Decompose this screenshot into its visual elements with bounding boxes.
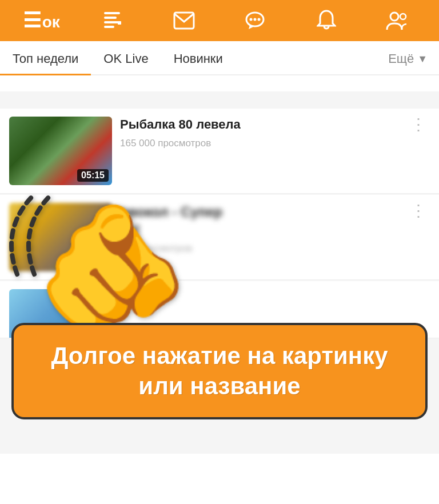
tab-new[interactable]: Новинки: [161, 41, 236, 74]
ok-logo[interactable]: ☰ок: [24, 3, 58, 38]
friends-icon[interactable]: [381, 3, 415, 38]
chat-icon[interactable]: [238, 3, 272, 38]
svg-rect-8: [118, 21, 121, 25]
notifications-icon[interactable]: [309, 3, 344, 38]
video-views-1: 165 000 просмотров: [120, 138, 407, 149]
video-item-3[interactable]: [0, 281, 439, 338]
svg-rect-9: [174, 13, 194, 29]
svg-point-11: [250, 18, 253, 21]
video-info-2: овокол - Суперея! 340 просмотров: [112, 203, 407, 254]
video-thumbnail-3: [9, 289, 112, 338]
video-thumbnail-1: 05:15: [9, 117, 112, 185]
svg-point-12: [254, 18, 257, 21]
video-more-button-2[interactable]: ⋮: [407, 203, 430, 219]
video-item-2[interactable]: овокол - Суперея! 340 просмотров ⋮: [0, 195, 439, 280]
tab-ok-live[interactable]: OK Live: [91, 41, 161, 74]
svg-rect-4: [104, 12, 120, 14]
content-area: 05:15 Рыбалка 80 левела 165 000 просмотр…: [0, 91, 439, 454]
svg-point-13: [258, 18, 261, 21]
svg-rect-5: [104, 17, 117, 19]
svg-point-14: [390, 13, 398, 21]
banner-text: Долгое нажатие на картинку или название: [31, 341, 408, 401]
feed-icon[interactable]: [95, 3, 130, 38]
svg-point-15: [400, 14, 406, 19]
tab-bar: Топ недели OK Live Новинки Ещё ▼: [0, 41, 439, 75]
chevron-down-icon: ▼: [417, 53, 428, 65]
mail-icon[interactable]: [167, 3, 201, 38]
video-info-1: Рыбалка 80 левела 165 000 просмотров: [112, 117, 407, 149]
page-wrapper: ☰ок: [0, 0, 439, 504]
video-thumbnail-2: [9, 203, 112, 271]
tab-top-week[interactable]: Топ недели: [0, 41, 91, 74]
top-nav: ☰ок: [0, 0, 439, 41]
tab-section: Топ недели OK Live Новинки Ещё ▼ На сайт…: [0, 41, 439, 91]
video-title-1: Рыбалка 80 левела: [120, 117, 407, 133]
video-title-2: овокол - Суперея!: [120, 203, 407, 238]
video-more-button-1[interactable]: ⋮: [407, 117, 430, 133]
svg-rect-7: [104, 26, 114, 28]
tab-more[interactable]: Ещё ▼: [377, 41, 439, 74]
video-duration-1: 05:15: [77, 169, 109, 182]
video-views-2: 340 просмотров: [120, 243, 407, 254]
svg-rect-6: [104, 21, 119, 23]
video-item-1[interactable]: 05:15 Рыбалка 80 левела 165 000 просмотр…: [0, 109, 439, 194]
